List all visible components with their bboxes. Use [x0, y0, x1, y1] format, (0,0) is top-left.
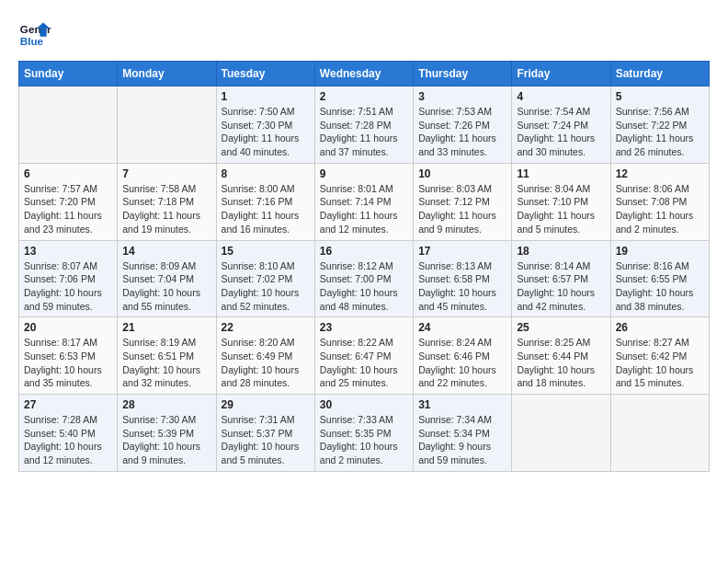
calendar-cell: 18Sunrise: 8:14 AM Sunset: 6:57 PM Dayli…	[512, 240, 610, 317]
day-number: 17	[418, 245, 506, 258]
col-header-sunday: Sunday	[19, 62, 118, 86]
col-header-monday: Monday	[118, 62, 216, 86]
calendar-cell: 8Sunrise: 8:00 AM Sunset: 7:16 PM Daylig…	[216, 163, 314, 240]
day-info: Sunrise: 8:16 AM Sunset: 6:55 PM Dayligh…	[616, 259, 704, 314]
calendar-cell: 11Sunrise: 8:04 AM Sunset: 7:10 PM Dayli…	[512, 163, 610, 240]
calendar-cell: 22Sunrise: 8:20 AM Sunset: 6:49 PM Dayli…	[216, 317, 314, 395]
day-number: 15	[222, 245, 310, 258]
day-info: Sunrise: 7:56 AM Sunset: 7:22 PM Dayligh…	[616, 105, 704, 159]
day-info: Sunrise: 8:13 AM Sunset: 6:58 PM Dayligh…	[418, 259, 506, 314]
day-info: Sunrise: 8:17 AM Sunset: 6:53 PM Dayligh…	[24, 336, 112, 390]
day-number: 2	[320, 90, 408, 103]
day-number: 24	[418, 321, 506, 334]
calendar-cell: 29Sunrise: 7:31 AM Sunset: 5:37 PM Dayli…	[216, 395, 314, 472]
calendar-cell: 15Sunrise: 8:10 AM Sunset: 7:02 PM Dayli…	[216, 240, 314, 317]
day-number: 3	[418, 90, 506, 103]
day-info: Sunrise: 8:20 AM Sunset: 6:49 PM Dayligh…	[222, 336, 310, 390]
day-info: Sunrise: 7:54 AM Sunset: 7:24 PM Dayligh…	[517, 105, 605, 159]
day-info: Sunrise: 8:03 AM Sunset: 7:12 PM Dayligh…	[418, 182, 506, 236]
calendar-cell: 7Sunrise: 7:58 AM Sunset: 7:18 PM Daylig…	[118, 163, 216, 240]
day-info: Sunrise: 7:51 AM Sunset: 7:28 PM Dayligh…	[320, 105, 408, 159]
calendar-cell: 10Sunrise: 8:03 AM Sunset: 7:12 PM Dayli…	[414, 163, 512, 240]
calendar-cell	[118, 86, 216, 164]
calendar-cell: 3Sunrise: 7:53 AM Sunset: 7:26 PM Daylig…	[414, 86, 512, 164]
col-header-wednesday: Wednesday	[314, 62, 413, 86]
day-info: Sunrise: 8:25 AM Sunset: 6:44 PM Dayligh…	[517, 336, 605, 390]
day-number: 28	[122, 398, 210, 411]
calendar-cell: 4Sunrise: 7:54 AM Sunset: 7:24 PM Daylig…	[512, 86, 610, 164]
day-info: Sunrise: 8:22 AM Sunset: 6:47 PM Dayligh…	[320, 336, 408, 390]
day-number: 22	[222, 321, 310, 334]
day-number: 14	[122, 245, 210, 258]
week-row-2: 6Sunrise: 7:57 AM Sunset: 7:20 PM Daylig…	[19, 163, 710, 240]
day-number: 20	[24, 321, 112, 334]
day-info: Sunrise: 7:53 AM Sunset: 7:26 PM Dayligh…	[418, 105, 506, 159]
day-info: Sunrise: 7:33 AM Sunset: 5:35 PM Dayligh…	[320, 413, 408, 467]
day-number: 30	[320, 398, 408, 411]
calendar-cell: 16Sunrise: 8:12 AM Sunset: 7:00 PM Dayli…	[314, 240, 413, 317]
week-row-1: 1Sunrise: 7:50 AM Sunset: 7:30 PM Daylig…	[19, 86, 710, 164]
day-number: 9	[320, 167, 408, 180]
calendar-cell	[512, 395, 610, 472]
day-info: Sunrise: 8:06 AM Sunset: 7:08 PM Dayligh…	[616, 182, 704, 236]
calendar-cell: 5Sunrise: 7:56 AM Sunset: 7:22 PM Daylig…	[610, 86, 709, 164]
day-info: Sunrise: 7:28 AM Sunset: 5:40 PM Dayligh…	[24, 413, 112, 467]
col-header-thursday: Thursday	[414, 62, 512, 86]
day-number: 8	[222, 167, 310, 180]
day-number: 6	[24, 167, 112, 180]
day-number: 23	[320, 321, 408, 334]
day-number: 27	[24, 398, 112, 411]
day-number: 31	[418, 398, 506, 411]
day-number: 13	[24, 245, 112, 258]
calendar-table: SundayMondayTuesdayWednesdayThursdayFrid…	[18, 61, 710, 472]
day-number: 26	[616, 321, 704, 334]
week-row-5: 27Sunrise: 7:28 AM Sunset: 5:40 PM Dayli…	[19, 395, 710, 472]
day-info: Sunrise: 8:19 AM Sunset: 6:51 PM Dayligh…	[122, 336, 210, 390]
day-info: Sunrise: 7:50 AM Sunset: 7:30 PM Dayligh…	[222, 105, 310, 159]
calendar-cell: 17Sunrise: 8:13 AM Sunset: 6:58 PM Dayli…	[414, 240, 512, 317]
day-info: Sunrise: 8:27 AM Sunset: 6:42 PM Dayligh…	[616, 336, 704, 390]
day-info: Sunrise: 8:12 AM Sunset: 7:00 PM Dayligh…	[320, 259, 408, 314]
calendar-cell: 30Sunrise: 7:33 AM Sunset: 5:35 PM Dayli…	[314, 395, 413, 472]
svg-text:General: General	[20, 23, 51, 35]
calendar-cell: 20Sunrise: 8:17 AM Sunset: 6:53 PM Dayli…	[19, 317, 118, 395]
week-row-4: 20Sunrise: 8:17 AM Sunset: 6:53 PM Dayli…	[19, 317, 710, 395]
calendar-cell: 19Sunrise: 8:16 AM Sunset: 6:55 PM Dayli…	[610, 240, 709, 317]
col-header-tuesday: Tuesday	[216, 62, 314, 86]
day-number: 10	[418, 167, 506, 180]
header-row: SundayMondayTuesdayWednesdayThursdayFrid…	[19, 62, 710, 86]
day-info: Sunrise: 7:31 AM Sunset: 5:37 PM Dayligh…	[222, 413, 310, 467]
day-info: Sunrise: 8:01 AM Sunset: 7:14 PM Dayligh…	[320, 182, 408, 236]
calendar-cell: 9Sunrise: 8:01 AM Sunset: 7:14 PM Daylig…	[314, 163, 413, 240]
calendar-cell: 25Sunrise: 8:25 AM Sunset: 6:44 PM Dayli…	[512, 317, 610, 395]
day-number: 29	[222, 398, 310, 411]
calendar-cell: 24Sunrise: 8:24 AM Sunset: 6:46 PM Dayli…	[414, 317, 512, 395]
day-info: Sunrise: 8:24 AM Sunset: 6:46 PM Dayligh…	[418, 336, 506, 390]
calendar-cell: 26Sunrise: 8:27 AM Sunset: 6:42 PM Dayli…	[610, 317, 709, 395]
day-number: 7	[122, 167, 210, 180]
day-info: Sunrise: 8:10 AM Sunset: 7:02 PM Dayligh…	[222, 259, 310, 314]
day-number: 18	[517, 245, 605, 258]
day-number: 25	[517, 321, 605, 334]
logo-icon: General Blue	[18, 18, 51, 52]
week-row-3: 13Sunrise: 8:07 AM Sunset: 7:06 PM Dayli…	[19, 240, 710, 317]
day-number: 5	[616, 90, 704, 103]
calendar-cell	[19, 86, 118, 164]
day-number: 21	[122, 321, 210, 334]
calendar-cell	[610, 395, 709, 472]
calendar-cell: 6Sunrise: 7:57 AM Sunset: 7:20 PM Daylig…	[19, 163, 118, 240]
calendar-cell: 23Sunrise: 8:22 AM Sunset: 6:47 PM Dayli…	[314, 317, 413, 395]
calendar-cell: 28Sunrise: 7:30 AM Sunset: 5:39 PM Dayli…	[118, 395, 216, 472]
day-info: Sunrise: 7:34 AM Sunset: 5:34 PM Dayligh…	[418, 413, 506, 467]
day-number: 4	[517, 90, 605, 103]
day-info: Sunrise: 7:30 AM Sunset: 5:39 PM Dayligh…	[122, 413, 210, 467]
calendar-cell: 21Sunrise: 8:19 AM Sunset: 6:51 PM Dayli…	[118, 317, 216, 395]
day-info: Sunrise: 8:14 AM Sunset: 6:57 PM Dayligh…	[517, 259, 605, 314]
day-info: Sunrise: 7:57 AM Sunset: 7:20 PM Dayligh…	[24, 182, 112, 236]
day-number: 1	[222, 90, 310, 103]
day-number: 12	[616, 167, 704, 180]
day-info: Sunrise: 8:00 AM Sunset: 7:16 PM Dayligh…	[222, 182, 310, 236]
calendar-cell: 1Sunrise: 7:50 AM Sunset: 7:30 PM Daylig…	[216, 86, 314, 164]
calendar-cell: 2Sunrise: 7:51 AM Sunset: 7:28 PM Daylig…	[314, 86, 413, 164]
calendar-cell: 27Sunrise: 7:28 AM Sunset: 5:40 PM Dayli…	[19, 395, 118, 472]
